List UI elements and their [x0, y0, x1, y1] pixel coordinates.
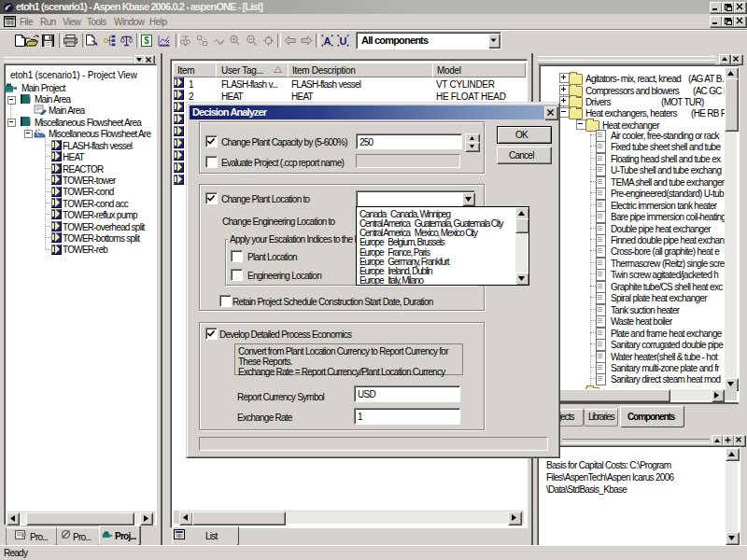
svg-text:$: $ [144, 35, 149, 46]
svg-text:A: A [324, 35, 331, 47]
svg-text:U: U [340, 35, 347, 47]
